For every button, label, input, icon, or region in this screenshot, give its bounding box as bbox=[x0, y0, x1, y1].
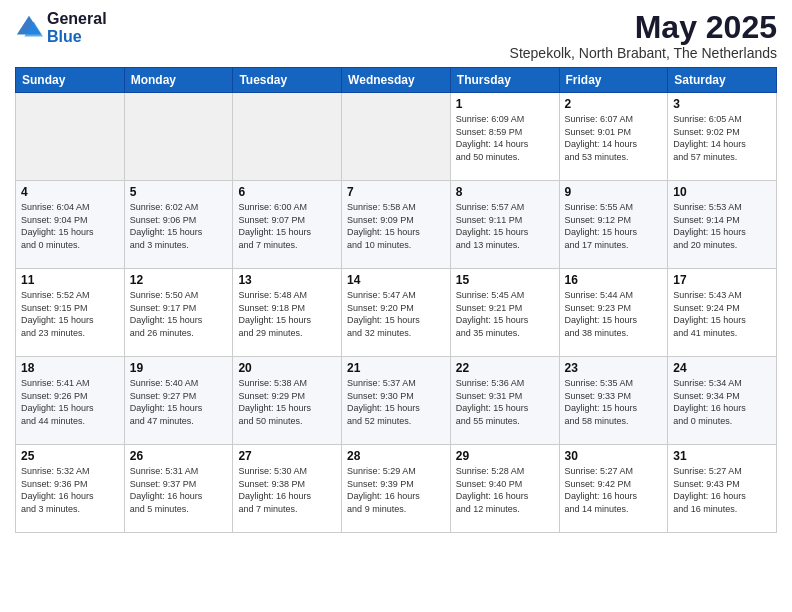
day-info: Sunrise: 6:09 AM Sunset: 8:59 PM Dayligh… bbox=[456, 113, 554, 163]
day-number: 13 bbox=[238, 273, 336, 287]
header-friday: Friday bbox=[559, 68, 668, 93]
logo-icon bbox=[15, 14, 43, 42]
day-info: Sunrise: 5:36 AM Sunset: 9:31 PM Dayligh… bbox=[456, 377, 554, 427]
day-number: 28 bbox=[347, 449, 445, 463]
day-cell: 1Sunrise: 6:09 AM Sunset: 8:59 PM Daylig… bbox=[450, 93, 559, 181]
day-number: 26 bbox=[130, 449, 228, 463]
calendar-table: Sunday Monday Tuesday Wednesday Thursday… bbox=[15, 67, 777, 533]
day-cell bbox=[342, 93, 451, 181]
day-info: Sunrise: 6:07 AM Sunset: 9:01 PM Dayligh… bbox=[565, 113, 663, 163]
day-cell: 22Sunrise: 5:36 AM Sunset: 9:31 PM Dayli… bbox=[450, 357, 559, 445]
day-info: Sunrise: 5:29 AM Sunset: 9:39 PM Dayligh… bbox=[347, 465, 445, 515]
day-number: 12 bbox=[130, 273, 228, 287]
day-cell: 6Sunrise: 6:00 AM Sunset: 9:07 PM Daylig… bbox=[233, 181, 342, 269]
day-number: 18 bbox=[21, 361, 119, 375]
week-row-4: 18Sunrise: 5:41 AM Sunset: 9:26 PM Dayli… bbox=[16, 357, 777, 445]
day-info: Sunrise: 5:27 AM Sunset: 9:43 PM Dayligh… bbox=[673, 465, 771, 515]
location-subtitle: Stepekolk, North Brabant, The Netherland… bbox=[510, 45, 777, 61]
day-cell: 25Sunrise: 5:32 AM Sunset: 9:36 PM Dayli… bbox=[16, 445, 125, 533]
day-cell bbox=[124, 93, 233, 181]
day-info: Sunrise: 5:40 AM Sunset: 9:27 PM Dayligh… bbox=[130, 377, 228, 427]
day-info: Sunrise: 5:44 AM Sunset: 9:23 PM Dayligh… bbox=[565, 289, 663, 339]
day-cell: 31Sunrise: 5:27 AM Sunset: 9:43 PM Dayli… bbox=[668, 445, 777, 533]
logo: General Blue bbox=[15, 10, 107, 45]
page-header: General Blue May 2025 Stepekolk, North B… bbox=[15, 10, 777, 61]
day-number: 20 bbox=[238, 361, 336, 375]
day-cell: 18Sunrise: 5:41 AM Sunset: 9:26 PM Dayli… bbox=[16, 357, 125, 445]
day-number: 11 bbox=[21, 273, 119, 287]
day-number: 30 bbox=[565, 449, 663, 463]
day-number: 22 bbox=[456, 361, 554, 375]
day-cell: 2Sunrise: 6:07 AM Sunset: 9:01 PM Daylig… bbox=[559, 93, 668, 181]
day-info: Sunrise: 6:04 AM Sunset: 9:04 PM Dayligh… bbox=[21, 201, 119, 251]
day-number: 7 bbox=[347, 185, 445, 199]
logo-general: General bbox=[47, 10, 107, 28]
day-cell: 3Sunrise: 6:05 AM Sunset: 9:02 PM Daylig… bbox=[668, 93, 777, 181]
day-info: Sunrise: 5:30 AM Sunset: 9:38 PM Dayligh… bbox=[238, 465, 336, 515]
week-row-1: 1Sunrise: 6:09 AM Sunset: 8:59 PM Daylig… bbox=[16, 93, 777, 181]
day-info: Sunrise: 6:00 AM Sunset: 9:07 PM Dayligh… bbox=[238, 201, 336, 251]
day-cell: 16Sunrise: 5:44 AM Sunset: 9:23 PM Dayli… bbox=[559, 269, 668, 357]
day-number: 19 bbox=[130, 361, 228, 375]
header-monday: Monday bbox=[124, 68, 233, 93]
day-number: 5 bbox=[130, 185, 228, 199]
day-cell: 8Sunrise: 5:57 AM Sunset: 9:11 PM Daylig… bbox=[450, 181, 559, 269]
day-cell: 7Sunrise: 5:58 AM Sunset: 9:09 PM Daylig… bbox=[342, 181, 451, 269]
day-number: 16 bbox=[565, 273, 663, 287]
day-number: 10 bbox=[673, 185, 771, 199]
day-number: 21 bbox=[347, 361, 445, 375]
day-number: 6 bbox=[238, 185, 336, 199]
day-cell: 23Sunrise: 5:35 AM Sunset: 9:33 PM Dayli… bbox=[559, 357, 668, 445]
day-number: 31 bbox=[673, 449, 771, 463]
day-info: Sunrise: 5:43 AM Sunset: 9:24 PM Dayligh… bbox=[673, 289, 771, 339]
logo-blue: Blue bbox=[47, 28, 107, 46]
day-cell: 11Sunrise: 5:52 AM Sunset: 9:15 PM Dayli… bbox=[16, 269, 125, 357]
day-info: Sunrise: 5:57 AM Sunset: 9:11 PM Dayligh… bbox=[456, 201, 554, 251]
calendar-header: Sunday Monday Tuesday Wednesday Thursday… bbox=[16, 68, 777, 93]
day-info: Sunrise: 5:58 AM Sunset: 9:09 PM Dayligh… bbox=[347, 201, 445, 251]
day-info: Sunrise: 5:35 AM Sunset: 9:33 PM Dayligh… bbox=[565, 377, 663, 427]
day-info: Sunrise: 5:48 AM Sunset: 9:18 PM Dayligh… bbox=[238, 289, 336, 339]
day-info: Sunrise: 5:38 AM Sunset: 9:29 PM Dayligh… bbox=[238, 377, 336, 427]
day-cell: 13Sunrise: 5:48 AM Sunset: 9:18 PM Dayli… bbox=[233, 269, 342, 357]
calendar-body: 1Sunrise: 6:09 AM Sunset: 8:59 PM Daylig… bbox=[16, 93, 777, 533]
day-info: Sunrise: 5:31 AM Sunset: 9:37 PM Dayligh… bbox=[130, 465, 228, 515]
day-cell: 5Sunrise: 6:02 AM Sunset: 9:06 PM Daylig… bbox=[124, 181, 233, 269]
header-sunday: Sunday bbox=[16, 68, 125, 93]
day-info: Sunrise: 5:45 AM Sunset: 9:21 PM Dayligh… bbox=[456, 289, 554, 339]
day-info: Sunrise: 5:52 AM Sunset: 9:15 PM Dayligh… bbox=[21, 289, 119, 339]
day-info: Sunrise: 5:28 AM Sunset: 9:40 PM Dayligh… bbox=[456, 465, 554, 515]
day-number: 9 bbox=[565, 185, 663, 199]
day-cell: 12Sunrise: 5:50 AM Sunset: 9:17 PM Dayli… bbox=[124, 269, 233, 357]
day-info: Sunrise: 6:05 AM Sunset: 9:02 PM Dayligh… bbox=[673, 113, 771, 163]
day-cell: 10Sunrise: 5:53 AM Sunset: 9:14 PM Dayli… bbox=[668, 181, 777, 269]
day-info: Sunrise: 5:37 AM Sunset: 9:30 PM Dayligh… bbox=[347, 377, 445, 427]
day-info: Sunrise: 6:02 AM Sunset: 9:06 PM Dayligh… bbox=[130, 201, 228, 251]
day-cell bbox=[233, 93, 342, 181]
day-cell: 24Sunrise: 5:34 AM Sunset: 9:34 PM Dayli… bbox=[668, 357, 777, 445]
day-cell bbox=[16, 93, 125, 181]
day-cell: 28Sunrise: 5:29 AM Sunset: 9:39 PM Dayli… bbox=[342, 445, 451, 533]
day-cell: 27Sunrise: 5:30 AM Sunset: 9:38 PM Dayli… bbox=[233, 445, 342, 533]
day-number: 23 bbox=[565, 361, 663, 375]
day-number: 15 bbox=[456, 273, 554, 287]
header-row: Sunday Monday Tuesday Wednesday Thursday… bbox=[16, 68, 777, 93]
day-number: 25 bbox=[21, 449, 119, 463]
logo-text: General Blue bbox=[47, 10, 107, 45]
day-info: Sunrise: 5:34 AM Sunset: 9:34 PM Dayligh… bbox=[673, 377, 771, 427]
day-number: 24 bbox=[673, 361, 771, 375]
title-block: May 2025 Stepekolk, North Brabant, The N… bbox=[510, 10, 777, 61]
day-cell: 17Sunrise: 5:43 AM Sunset: 9:24 PM Dayli… bbox=[668, 269, 777, 357]
day-cell: 21Sunrise: 5:37 AM Sunset: 9:30 PM Dayli… bbox=[342, 357, 451, 445]
header-wednesday: Wednesday bbox=[342, 68, 451, 93]
day-info: Sunrise: 5:41 AM Sunset: 9:26 PM Dayligh… bbox=[21, 377, 119, 427]
day-number: 1 bbox=[456, 97, 554, 111]
day-info: Sunrise: 5:53 AM Sunset: 9:14 PM Dayligh… bbox=[673, 201, 771, 251]
week-row-5: 25Sunrise: 5:32 AM Sunset: 9:36 PM Dayli… bbox=[16, 445, 777, 533]
header-thursday: Thursday bbox=[450, 68, 559, 93]
day-number: 3 bbox=[673, 97, 771, 111]
day-number: 4 bbox=[21, 185, 119, 199]
day-cell: 26Sunrise: 5:31 AM Sunset: 9:37 PM Dayli… bbox=[124, 445, 233, 533]
day-info: Sunrise: 5:55 AM Sunset: 9:12 PM Dayligh… bbox=[565, 201, 663, 251]
week-row-2: 4Sunrise: 6:04 AM Sunset: 9:04 PM Daylig… bbox=[16, 181, 777, 269]
